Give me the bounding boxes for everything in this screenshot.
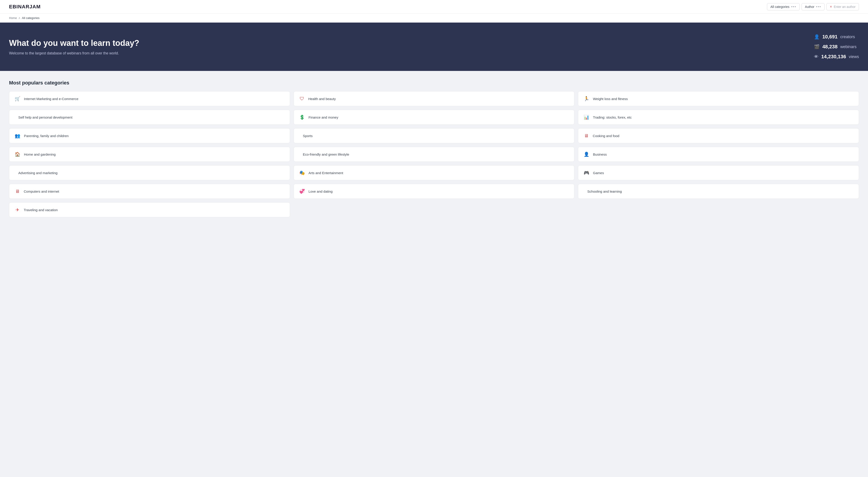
category-icon-computers: 🖥 [15,189,20,194]
category-label-arts: Arts and Entertainment [309,171,343,175]
category-card-traveling[interactable]: ✈Traveling and vacation [9,202,290,217]
category-label-computers: Computers and internet [24,190,59,193]
category-card-love-dating[interactable]: 💞Love and dating [293,184,575,199]
breadcrumb-current: All categories [22,16,39,20]
category-card-weight-loss[interactable]: 🏃Weight loss and fitness [578,91,859,106]
filter2-dots[interactable]: ••• [816,5,821,9]
stat-number-1: 48,238 [822,44,837,50]
category-card-eco-friendly[interactable]: Eco-friendly and green lifestyle [293,147,575,162]
category-card-parenting[interactable]: 👥Parenting, family and children [9,128,290,143]
category-icon-traveling: ✈ [15,207,20,212]
hero-subtitle: Welcome to the largest database of webin… [9,51,139,55]
author-label: Author [805,5,814,8]
category-label-traveling: Traveling and vacation [24,208,58,212]
category-card-health-beauty[interactable]: 🛡Health and beauty [293,91,575,106]
category-label-advertising: Advertising and marketing [18,171,57,175]
hero-section: What do you want to learn today? Welcome… [0,23,868,71]
category-card-computers[interactable]: 🖥Computers and internet [9,184,290,199]
category-card-trading[interactable]: 📊Trading: stocks, forex, etc [578,110,859,125]
all-categories-filter[interactable]: All categories ••• [767,3,800,10]
category-icon-games: 🎮 [584,170,589,175]
stat-label-1: webinars [840,44,857,49]
category-card-self-help[interactable]: Self help and personal development [9,110,290,125]
category-label-parenting: Parenting, family and children [24,134,69,138]
header: EBINARJAM All categories ••• Author ••• … [0,0,868,13]
category-label-sports: Sports [303,134,313,138]
category-label-trading: Trading: stocks, forex, etc [593,115,631,119]
category-icon-finance-money: 💲 [299,114,305,120]
category-label-home-gardening: Home and gardening [24,152,56,156]
breadcrumb-separator: ∧ [18,16,21,20]
stat-label-2: views [849,55,859,59]
category-icon-parenting: 👥 [15,133,20,138]
category-card-business[interactable]: 👤Business [578,147,859,162]
category-label-self-help: Self help and personal development [18,115,72,119]
category-icon-love-dating: 💞 [299,189,305,194]
category-label-cooking: Cooking and food [593,134,619,138]
category-icon-cooking: 🖥 [584,133,589,138]
hero-title: What do you want to learn today? [9,38,139,48]
stat-item-0: 👤 10,691 creators [814,34,859,40]
category-card-arts[interactable]: 🎭Arts and Entertainment [293,165,575,180]
category-icon-business: 👤 [584,151,589,157]
stat-icon-1: 🎬 [814,44,819,49]
section-title: Most populars categories [9,80,859,86]
category-card-sports[interactable]: Sports [293,128,575,143]
category-card-internet-marketing[interactable]: 🛒Internet Marketing and e-Commerce [9,91,290,106]
category-icon-trading: 📊 [584,114,589,120]
stat-item-1: 🎬 48,238 webinars [814,44,859,50]
stat-number-2: 14,230,136 [821,54,846,60]
category-card-finance-money[interactable]: 💲Finance and money [293,110,575,125]
filter1-dots[interactable]: ••• [791,5,796,9]
hero-stats: 👤 10,691 creators 🎬 48,238 webinars 👁 14… [814,34,859,60]
author-filter[interactable]: Author ••• [802,3,825,10]
category-icon-arts: 🎭 [299,170,305,175]
category-label-internet-marketing: Internet Marketing and e-Commerce [24,97,79,101]
breadcrumb-home[interactable]: Home [9,16,17,20]
category-icon-weight-loss: 🏃 [584,96,589,101]
hero-left: What do you want to learn today? Welcome… [9,38,139,55]
category-label-business: Business [593,152,607,156]
category-icon-health-beauty: 🛡 [299,96,305,101]
category-card-games[interactable]: 🎮Games [578,165,859,180]
category-card-advertising[interactable]: Advertising and marketing [9,165,290,180]
categories-grid: 🛒Internet Marketing and e-Commerce🛡Healt… [9,91,859,217]
all-categories-label: All categories [770,5,789,8]
category-label-finance-money: Finance and money [309,115,338,119]
category-card-cooking[interactable]: 🖥Cooking and food [578,128,859,143]
category-icon-internet-marketing: 🛒 [15,96,20,101]
main-content: Most populars categories 🛒Internet Marke… [0,71,868,226]
category-label-eco-friendly: Eco-friendly and green lifestyle [303,152,349,156]
category-label-health-beauty: Health and beauty [308,97,336,101]
stat-icon-2: 👁 [814,54,818,59]
category-card-schooling[interactable]: Schooling and learning [578,184,859,199]
category-icon-home-gardening: 🏠 [15,151,20,157]
author-input-wrapper: × Enter an author [827,3,859,10]
stat-number-0: 10,691 [822,34,837,40]
category-label-games: Games [593,171,604,175]
stat-label-0: creators [840,35,855,39]
author-input-placeholder[interactable]: Enter an author [834,5,856,8]
close-icon[interactable]: × [830,5,832,9]
header-filters: All categories ••• Author ••• × Enter an… [767,3,859,10]
category-label-weight-loss: Weight loss and fitness [593,97,628,101]
stat-icon-0: 👤 [814,34,819,39]
category-label-love-dating: Love and dating [309,190,333,193]
logo: EBINARJAM [9,4,41,10]
breadcrumb: Home ∧ All categories [0,13,868,23]
category-card-home-gardening[interactable]: 🏠Home and gardening [9,147,290,162]
category-label-schooling: Schooling and learning [587,190,622,193]
stat-item-2: 👁 14,230,136 views [814,54,859,60]
